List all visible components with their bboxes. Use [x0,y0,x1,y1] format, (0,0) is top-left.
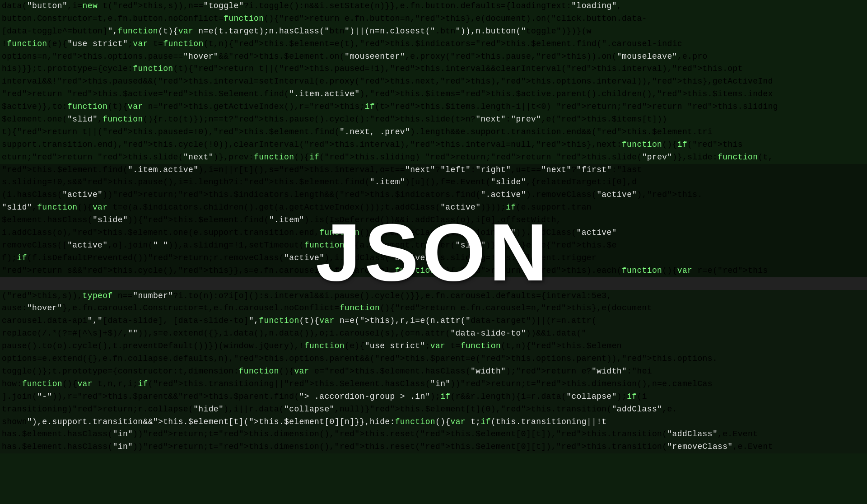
code-line: replace(/.*(?=#[^\s]+$)/,"")),s=e.extend… [0,327,867,340]
code-line: toggle()};t.prototype={constructor:t,dim… [0,365,867,378]
code-line: options=n,"red">this.options.pause=="hov… [0,51,867,63]
code-line: interval&&!"red">this.paused&&("red">thi… [0,75,867,88]
code-line: options=e.extend({},e.fn.collapse.defaul… [0,353,867,365]
code-line: support.transition.end),"red">this.cycle… [0,139,867,151]
code-block-bottom: ("red">this,s)),typeof n=="number"?i.to(… [0,290,867,454]
code-line: !function(e){"use strict";var t=function… [0,38,867,51]
code-line: pause().to(o).cycle(),t.preventDefault()… [0,340,867,353]
code-line: carousel.data-api","[data-slide], [data-… [0,315,867,327]
code-line: $active)},to:function(t){var n="red">thi… [0,101,867,113]
code-line: [data-toggle^=button]",function(t){var n… [0,25,867,38]
code-line: "slid",function(){var t=e(a.$indicators.… [0,201,867,214]
code-line: "red">return "red">this.$active="red">th… [0,88,867,101]
code-line: $element.one("slid",function(){r.to(t)})… [0,113,867,126]
code-line: f);if(f.isDefaultPrevented())"red">retur… [0,252,867,265]
code-block-middle: "red">this.$element.find(".item.active")… [0,164,867,277]
code-line: (i.hasClass("active"))"red">return;"red"… [0,189,867,201]
code-line: how:function(){var t,n,r,i;if("red">this… [0,378,867,391]
code-line: eturn;"red">return "red">this.slide("nex… [0,151,867,164]
code-block-top: data("button",i=new t("red">this,s)),n==… [0,0,867,164]
code-line: i.addClass(o),"red">this.$element.one(e.… [0,227,867,239]
code-line: ("red">this,s)),typeof n=="number"?i.to(… [0,290,867,303]
code-line: "red">this.$element.find(".item.active")… [0,164,867,177]
code-line: ause:"hover"},e.fn.carousel.Constructor=… [0,302,867,315]
code-line: $element.hasClass("slide")){"red">this.$… [0,214,867,227]
code-line: s.sliding=!0,s&&"red">this.pause(),i=i.l… [0,176,867,189]
code-line: "red">return s&&"red">this.cycle(),"red"… [0,265,867,277]
code-line: transitioning)"red">return;r.collapse("h… [0,403,867,416]
code-line: his)}};t.prototype={cycle:function(t){"r… [0,63,867,75]
code-line: removeClass(["active",o].join(" ")),a.sl… [0,239,867,252]
code-line: has.$element.hasClass("in"))"red">return… [0,428,867,441]
code-background: data("button",i=new t("red">this,s)),n==… [0,0,867,504]
code-line: ].join("-")),r="red">this.$parent&&"red"… [0,391,867,403]
middle-divider [0,277,867,290]
code-line: shown"),e.support.transition&&">this.$el… [0,416,867,429]
code-line: has.$element.hasClass("in"))"red">return… [0,441,867,453]
code-line: t){"red">return t||("red">this.paused=!0… [0,126,867,139]
code-line: button.Constructor=t,e.fn.button.noConfl… [0,13,867,25]
code-line: data("button",i=new t("red">this,s)),n==… [0,0,867,13]
